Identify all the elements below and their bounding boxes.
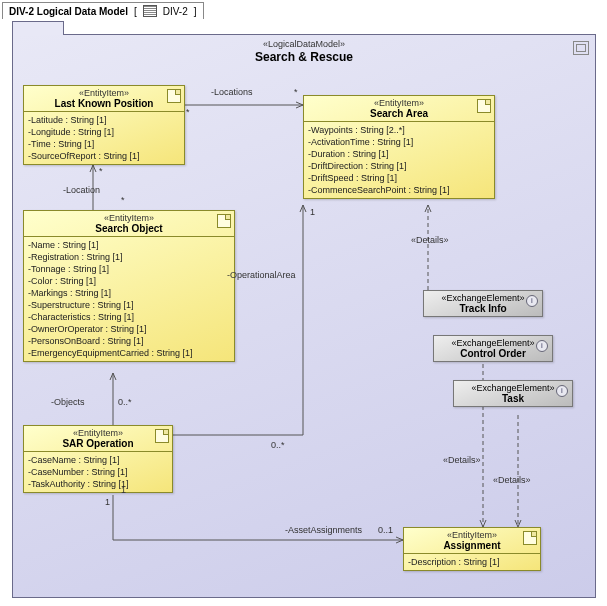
attribute: -Color : String [1]	[28, 275, 230, 287]
attribute: -Longitude : String [1]	[28, 126, 180, 138]
lbl-operational-area: -OperationalArea	[227, 270, 296, 280]
lbl-location: -Location	[63, 185, 100, 195]
package-frame: «LogicalDataModel» Search & Rescue	[12, 34, 596, 598]
attribute: -Name : String [1]	[28, 239, 230, 251]
attribute: -OwnerOrOperator : String [1]	[28, 323, 230, 335]
info-icon: i	[556, 385, 568, 397]
mult-one: 1	[310, 207, 315, 217]
attrs-sar: -CaseName : String [1]-CaseNumber : Stri…	[24, 452, 172, 492]
attribute: -Duration : String [1]	[308, 148, 490, 160]
mult-star: *	[186, 107, 190, 117]
info-icon: i	[526, 295, 538, 307]
diagram-type-icon	[143, 5, 157, 17]
package-title: Search & Rescue	[13, 50, 595, 64]
attribute: -CaseNumber : String [1]	[28, 466, 168, 478]
attribute: -SourceOfReport : String [1]	[28, 150, 180, 162]
mult-zero-star: 0..*	[271, 440, 285, 450]
attrs-so: -Name : String [1]-Registration : String…	[24, 237, 234, 361]
attrs-asgn: -Description : String [1]	[404, 554, 540, 570]
diagram-canvas: DIV-2 Logical Data Model [ DIV-2 ] «Logi…	[0, 0, 607, 606]
attribute: -Description : String [1]	[408, 556, 536, 568]
mult-zero-one: 0..1	[378, 525, 393, 535]
attribute: -Characteristics : String [1]	[28, 311, 230, 323]
entity-search-object[interactable]: «EntityItem»Search Object -Name : String…	[23, 210, 235, 362]
composite-icon	[523, 531, 537, 545]
attribute: -Markings : String [1]	[28, 287, 230, 299]
mult-zero-star: 0..*	[118, 397, 132, 407]
lbl-details: «Details»	[411, 235, 449, 245]
diagram-title: DIV-2 Logical Data Model	[9, 6, 128, 17]
attribute: -Time : String [1]	[28, 138, 180, 150]
attribute: -DriftDirection : String [1]	[308, 160, 490, 172]
attribute: -Waypoints : String [2..*]	[308, 124, 490, 136]
mult-star: *	[121, 195, 125, 205]
lbl-details: «Details»	[493, 475, 531, 485]
lbl-objects: -Objects	[51, 397, 85, 407]
attribute: -Tonnage : String [1]	[28, 263, 230, 275]
attribute: -CaseName : String [1]	[28, 454, 168, 466]
attribute: -Registration : String [1]	[28, 251, 230, 263]
info-icon: i	[536, 340, 548, 352]
lbl-asset-assignments: -AssetAssignments	[285, 525, 362, 535]
mult-star: *	[294, 87, 298, 97]
attrs-lkp: -Latitude : String [1]-Longitude : Strin…	[24, 112, 184, 164]
lbl-locations: -Locations	[211, 87, 253, 97]
composite-icon	[217, 214, 231, 228]
attrs-sa: -Waypoints : String [2..*]-ActivationTim…	[304, 122, 494, 198]
exchange-control-order[interactable]: i «ExchangeElement» Control Order	[433, 335, 553, 362]
attribute: -TaskAuthority : String [1]	[28, 478, 168, 490]
attribute: -CommenceSearchPoint : String [1]	[308, 184, 490, 196]
mult-star: *	[99, 166, 103, 176]
attribute: -PersonsOnBoard : String [1]	[28, 335, 230, 347]
package-stereotype: «LogicalDataModel»	[13, 39, 595, 49]
frame-icon	[573, 41, 589, 55]
entity-sar-operation[interactable]: «EntityItem»SAR Operation -CaseName : St…	[23, 425, 173, 493]
entity-assignment[interactable]: «EntityItem»Assignment -Description : St…	[403, 527, 541, 571]
lbl-details: «Details»	[443, 455, 481, 465]
composite-icon	[477, 99, 491, 113]
entity-search-area[interactable]: «EntityItem»Search Area -Waypoints : Str…	[303, 95, 495, 199]
attribute: -ActivationTime : String [1]	[308, 136, 490, 148]
diagram-tab[interactable]: DIV-2 Logical Data Model [ DIV-2 ]	[2, 2, 204, 19]
exchange-track-info[interactable]: i «ExchangeElement» Track Info	[423, 290, 543, 317]
attribute: -Latitude : String [1]	[28, 114, 180, 126]
entity-last-known-position[interactable]: «EntityItem»Last Known Position -Latitud…	[23, 85, 185, 165]
exchange-task[interactable]: i «ExchangeElement» Task	[453, 380, 573, 407]
mult-one: 1	[105, 497, 110, 507]
package-tab	[12, 21, 64, 35]
attribute: -DriftSpeed : String [1]	[308, 172, 490, 184]
attribute: -Superstructure : String [1]	[28, 299, 230, 311]
composite-icon	[167, 89, 181, 103]
attribute: -EmergencyEquipmentCarried : String [1]	[28, 347, 230, 359]
composite-icon	[155, 429, 169, 443]
diagram-tab-label: DIV-2	[163, 6, 188, 17]
